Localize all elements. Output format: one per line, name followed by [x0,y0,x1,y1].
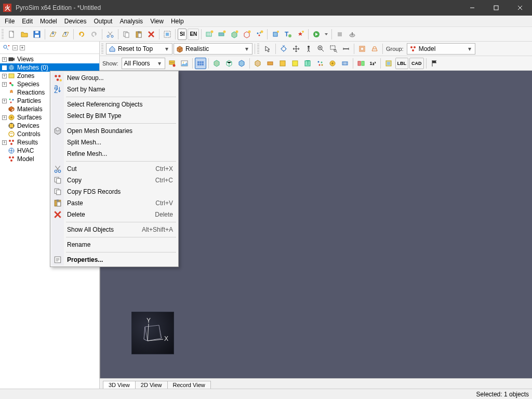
copy-button[interactable] [121,29,132,40]
menu-item-refine-mesh[interactable]: Refine Mesh... [51,148,177,159]
new-hole-button[interactable] [241,29,252,40]
run-fds-button[interactable] [311,29,322,40]
export-button[interactable] [60,29,71,40]
zoom-tool-button[interactable] [315,43,327,55]
text-tool-button[interactable]: T [282,29,294,40]
menu-item-select-referencing-objects[interactable]: Select Referencing Objects [51,99,177,110]
units-en-button[interactable]: EN [188,29,199,40]
redo-button[interactable] [88,29,100,40]
select-tool-button[interactable] [262,43,273,55]
new-obstruction-button[interactable] [229,29,240,40]
new-file-button[interactable] [6,29,18,40]
menu-item-new-group[interactable]: New Group... [51,72,177,84]
floors-combo[interactable]: All Floors ▾ [122,58,165,69]
comment-flag-button[interactable] [429,58,440,69]
axis-orientation-widget[interactable]: X Y [131,312,174,354]
show-init-button[interactable] [277,58,288,69]
menu-view[interactable]: View [147,17,167,26]
menu-item-copy[interactable]: CopyCtrl+C [51,175,177,186]
menu-devices[interactable]: Devices [61,17,90,26]
show-particles-button[interactable] [314,58,326,69]
new-reaction-button[interactable] [295,29,306,40]
menu-item-properties[interactable]: Properties... [51,254,177,265]
show-labels-button[interactable]: 1₂³ [368,58,378,69]
new-mesh-button[interactable] [204,29,215,40]
new-device-button[interactable] [270,29,281,40]
results-button[interactable] [347,29,358,40]
menu-model[interactable]: Model [36,17,61,26]
toolbar-grip[interactable] [101,44,103,54]
cut-button[interactable] [104,29,116,40]
measure-tool-button[interactable] [340,43,352,55]
show-devices-button[interactable] [327,58,338,69]
show-obstructions-button[interactable] [236,58,247,69]
show-boundaries-button[interactable] [383,58,394,69]
group-combo[interactable]: Model ▾ [407,43,475,55]
show-slices-button[interactable] [355,58,367,69]
toggle-lbl-button[interactable]: LBL [395,58,409,69]
floor-manage-button[interactable] [166,58,178,69]
background-image-button[interactable] [179,58,190,69]
tree-expander[interactable]: + [2,82,7,87]
run-dropdown-button[interactable] [323,29,329,40]
menu-item-cut[interactable]: CutCtrl+X [51,163,177,175]
show-hvac-button[interactable] [339,58,351,69]
zoom-box-tool-button[interactable] [328,43,339,55]
show-holes-button[interactable] [252,58,263,69]
menu-output[interactable]: Output [90,17,116,26]
menu-item-delete[interactable]: DeleteDelete [51,209,177,220]
menu-item-open-mesh-boundaries[interactable]: Open Mesh Boundaries [51,125,177,137]
view-tab-3d-view[interactable]: 3D View [103,381,136,389]
tree-expander[interactable]: + [2,57,7,62]
open-file-button[interactable] [19,29,30,40]
menu-item-sort-by-name[interactable]: azSort by Name [51,84,177,95]
view-tab-record-view[interactable]: Record View [167,381,211,389]
tree-expander[interactable]: + [2,115,7,120]
import-button[interactable] [47,29,59,40]
perspective-button[interactable] [369,43,380,55]
show-triggers-button[interactable]: T [302,58,313,69]
tree-expander[interactable]: + [2,99,7,103]
pan-tool-button[interactable] [290,43,302,55]
menu-item-select-by-bim-type[interactable]: Select By BIM Type [51,110,177,122]
menu-item-copy-fds-records[interactable]: Copy FDS Records [51,186,177,197]
tree-node-views[interactable]: +Views [0,55,99,63]
menu-analysis[interactable]: Analysis [116,17,147,26]
ortho-button[interactable] [356,43,368,55]
menu-file[interactable]: File [1,17,18,26]
menu-item-show-all-objects[interactable]: Show All ObjectsAlt+Shift+A [51,224,177,235]
menu-item-paste[interactable]: PasteCtrl+V [51,197,177,209]
tree-expander[interactable]: + [2,140,7,145]
stop-button[interactable] [334,29,345,40]
toolbar-grip[interactable] [2,29,4,39]
close-button[interactable] [508,0,532,16]
tree-expand-button[interactable]: + [20,45,25,50]
show-mesh-boundaries-button[interactable] [223,58,235,69]
units-si-button[interactable]: SI [178,29,187,40]
roam-tool-button[interactable] [303,43,314,55]
new-vent-button[interactable] [216,29,228,40]
delete-button[interactable] [145,29,157,40]
menu-edit[interactable]: Edit [18,17,36,26]
tree-collapse-button[interactable]: − [12,45,18,50]
menu-item-rename[interactable]: Rename [51,239,177,250]
tree-expander[interactable]: + [2,74,7,78]
menu-item-split-mesh[interactable]: Split Mesh... [51,137,177,148]
toolbar-grip[interactable] [257,44,259,54]
camera-reset-combo[interactable]: Reset to Top ▾ [106,43,172,55]
tree-filter-button[interactable] [2,44,10,52]
select-all-button[interactable] [162,29,173,40]
snap-grid-button[interactable] [195,58,206,69]
undo-button[interactable] [76,29,87,40]
render-mode-combo[interactable]: Realistic ▾ [174,43,252,55]
menu-help[interactable]: Help [167,17,188,26]
save-button[interactable] [31,29,43,40]
show-meshes-button[interactable] [211,58,222,69]
show-vents-button[interactable] [264,58,276,69]
maximize-button[interactable] [484,0,508,16]
minimize-button[interactable] [460,0,484,16]
toggle-cad-button[interactable]: CAD [409,58,424,69]
new-particle-cloud-button[interactable] [254,29,265,40]
view-tab-2d-view[interactable]: 2D View [135,381,168,389]
orbit-tool-button[interactable] [278,43,289,55]
